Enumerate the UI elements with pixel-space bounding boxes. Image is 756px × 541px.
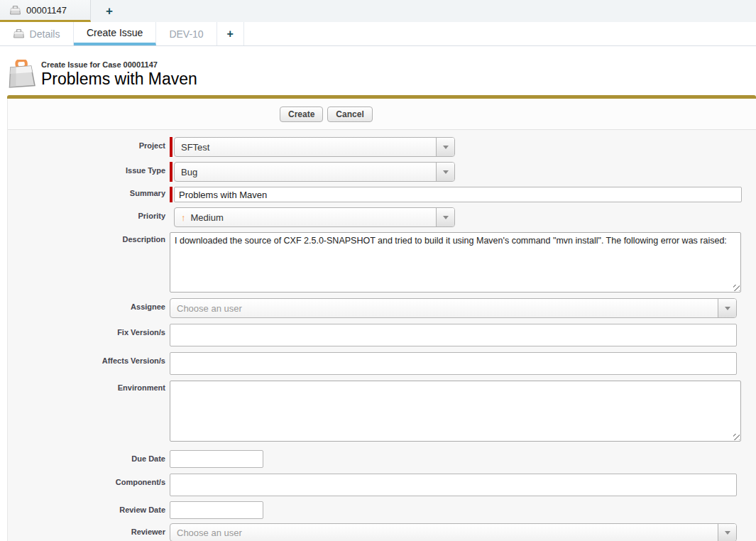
- form-row-components: Component/s: [8, 474, 756, 496]
- priority-medium-up-arrow-icon: ↑: [181, 213, 186, 222]
- page-title: Problems with Maven: [41, 70, 197, 89]
- tab-create-issue[interactable]: Create Issue: [74, 22, 156, 45]
- reviewer-label: Reviewer: [8, 523, 170, 541]
- page-header: Create Issue for Case 00001147 Problems …: [0, 46, 756, 95]
- environment-textarea[interactable]: [170, 381, 740, 441]
- tab-dev-10[interactable]: DEV-10: [156, 22, 217, 45]
- assignee-select[interactable]: Choose an user: [170, 298, 737, 318]
- tab-details-label: Details: [30, 28, 60, 40]
- form-row-priority: Priority ↑Medium: [8, 207, 756, 227]
- project-select-value: SFTest: [175, 138, 436, 156]
- reviewer-select[interactable]: Choose an user: [170, 523, 737, 541]
- affects-versions-input[interactable]: [170, 352, 737, 375]
- form-row-due-date: Due Date: [8, 450, 756, 468]
- description-label: Description: [8, 232, 170, 293]
- console-app: 00001147 + Details Create Issue DEV-10 +…: [0, 0, 756, 541]
- issue-type-label: Issue Type: [8, 162, 170, 182]
- case-briefcase-icon: [13, 29, 24, 38]
- form-row-fix-versions: Fix Version/s: [8, 324, 756, 346]
- form-row-assignee: Assignee Choose an user: [8, 298, 756, 318]
- description-textarea[interactable]: I downloaded the source of CXF 2.5.0-SNA…: [170, 233, 740, 292]
- fix-versions-label: Fix Version/s: [8, 324, 170, 346]
- issue-type-select-value: Bug: [175, 163, 436, 181]
- components-label: Component/s: [8, 474, 170, 496]
- add-primary-tab-button[interactable]: +: [91, 0, 128, 22]
- required-indicator: [170, 137, 172, 157]
- form-row-reviewer: Reviewer Choose an user: [8, 523, 756, 541]
- review-date-input[interactable]: [170, 501, 263, 519]
- form-row-issue-type: Issue Type Bug: [8, 162, 756, 182]
- due-date-input[interactable]: [170, 450, 263, 468]
- form-row-environment: Environment: [8, 381, 756, 442]
- summary-label: Summary: [8, 187, 170, 202]
- primary-tab-bar: 00001147 +: [0, 0, 756, 22]
- case-briefcase-icon: [10, 6, 21, 15]
- assignee-label: Assignee: [8, 298, 170, 318]
- priority-select[interactable]: ↑Medium: [174, 207, 455, 227]
- form-row-affects-versions: Affects Version/s: [8, 352, 756, 375]
- case-briefcase-icon-large: [7, 60, 35, 88]
- primary-tab-case[interactable]: 00001147: [0, 0, 91, 22]
- project-label: Project: [8, 137, 170, 157]
- tab-details[interactable]: Details: [0, 22, 74, 45]
- form-button-strip: Create Cancel: [8, 99, 756, 130]
- affects-versions-label: Affects Version/s: [8, 352, 170, 375]
- summary-input[interactable]: [174, 187, 742, 202]
- reviewer-select-value: Choose an user: [170, 524, 718, 541]
- primary-bar-spacer: [128, 0, 756, 22]
- tab-dev-10-label: DEV-10: [169, 28, 203, 40]
- chevron-down-icon[interactable]: [718, 524, 736, 541]
- form-row-review-date: Review Date: [8, 501, 756, 519]
- secondary-bar-spacer: [244, 22, 756, 45]
- page-subtitle: Create Issue for Case 00001147: [41, 60, 197, 70]
- priority-label: Priority: [8, 207, 170, 227]
- form-row-project: Project SFTest: [8, 137, 756, 157]
- components-input[interactable]: [170, 474, 737, 496]
- due-date-label: Due Date: [8, 450, 170, 468]
- required-indicator: [170, 187, 172, 202]
- priority-value-text: Medium: [191, 212, 224, 223]
- cancel-button[interactable]: Cancel: [327, 106, 372, 122]
- chevron-down-icon[interactable]: [436, 138, 454, 156]
- assignee-select-value: Choose an user: [170, 299, 718, 317]
- priority-select-value: ↑Medium: [175, 208, 436, 226]
- chevron-down-icon[interactable]: [436, 163, 454, 181]
- required-indicator: [170, 162, 172, 182]
- create-issue-form-panel: Create Cancel Project SFTest Issue Type: [7, 99, 756, 541]
- environment-label: Environment: [8, 381, 170, 442]
- secondary-tab-bar: Details Create Issue DEV-10 +: [0, 22, 756, 46]
- add-subtab-button[interactable]: +: [217, 22, 244, 45]
- chevron-down-icon[interactable]: [718, 299, 736, 317]
- create-button[interactable]: Create: [280, 106, 323, 122]
- chevron-down-icon[interactable]: [436, 208, 454, 226]
- tab-create-issue-label: Create Issue: [87, 27, 143, 38]
- review-date-label: Review Date: [8, 501, 170, 519]
- form-row-description: Description I downloaded the source of C…: [8, 232, 756, 293]
- issue-type-select[interactable]: Bug: [174, 162, 455, 182]
- project-select[interactable]: SFTest: [174, 137, 455, 157]
- primary-tab-label: 00001147: [26, 5, 67, 16]
- form-body: Project SFTest Issue Type Bug: [8, 130, 756, 541]
- form-row-summary: Summary: [8, 187, 756, 202]
- fix-versions-input[interactable]: [170, 324, 737, 346]
